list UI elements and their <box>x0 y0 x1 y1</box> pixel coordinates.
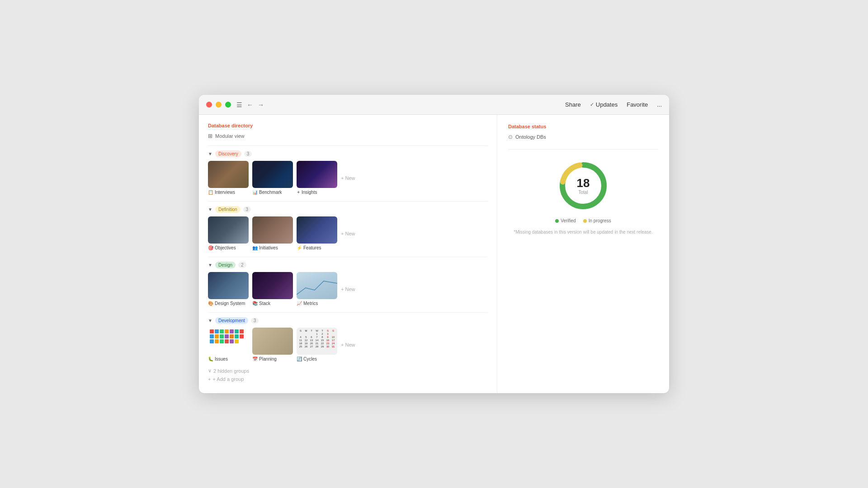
card-planning[interactable]: 📅 Planning <box>252 328 293 361</box>
titlebar-actions: Share ✓ Updates Favorite ... <box>565 101 662 108</box>
main-content: Database directory ⊞ Modular view ▼ Disc… <box>199 115 669 393</box>
chevron-down-icon: ▼ <box>208 318 212 323</box>
objectives-image <box>208 216 249 244</box>
minimize-button[interactable] <box>216 102 222 108</box>
group-design: ▼ Design 2 🎨 Design System <box>208 262 488 306</box>
card-insights[interactable]: ✦ Insights <box>297 161 337 195</box>
card-interviews[interactable]: 📋 Interviews <box>208 161 249 195</box>
total-number: 18 <box>577 177 590 189</box>
favorite-button[interactable]: Favorite <box>627 101 648 108</box>
left-panel-title: Database directory <box>208 123 488 128</box>
card-stack[interactable]: 📚 Stack <box>252 272 293 306</box>
group-design-header[interactable]: ▼ Design 2 <box>208 262 488 268</box>
interviews-image <box>208 161 249 188</box>
planning-label: 📅 Planning <box>252 357 293 361</box>
features-image <box>297 216 337 244</box>
cycles-label: 🔄 Cycles <box>297 357 337 361</box>
interviews-label: 📋 Interviews <box>208 190 249 195</box>
plus-icon: + <box>341 342 344 347</box>
verified-dot <box>555 219 559 223</box>
benchmark-image <box>252 161 293 188</box>
design-system-label: 🎨 Design System <box>208 301 249 306</box>
insights-label: ✦ Insights <box>297 190 337 195</box>
development-count: 3 <box>251 318 259 324</box>
stack-icon: 📚 <box>252 301 258 306</box>
planning-icon: 📅 <box>252 357 258 361</box>
back-button[interactable]: ← <box>247 101 253 108</box>
view-toggle[interactable]: ⊞ Modular view <box>208 133 488 139</box>
card-issues[interactable]: 🐛 Issues <box>208 328 249 361</box>
right-panel: Database status ⊙ Ontology DBs <box>497 115 669 393</box>
chart-legend: Verified In progress <box>555 218 611 223</box>
plus-icon: + <box>341 231 344 236</box>
issues-label: 🐛 Issues <box>208 357 249 361</box>
grid-icon: ⊞ <box>208 133 212 139</box>
group-discovery-header[interactable]: ▼ Discovery 3 <box>208 150 488 157</box>
initiatives-label: 👥 Initiatives <box>252 245 293 250</box>
share-button[interactable]: Share <box>565 101 581 108</box>
metrics-label: 📈 Metrics <box>297 301 337 306</box>
legend-verified: Verified <box>555 218 576 223</box>
nav-icons: ☰ ← → <box>236 101 264 108</box>
hidden-groups-link[interactable]: ∨ 2 hidden groups <box>208 368 488 374</box>
design-count: 2 <box>238 262 246 268</box>
divider <box>508 149 658 150</box>
group-definition-header[interactable]: ▼ Definition 3 <box>208 206 488 213</box>
objectives-icon: 🎯 <box>208 245 213 250</box>
chevron-icon: ∨ <box>208 368 212 374</box>
donut-center: 18 Total <box>577 177 590 195</box>
maximize-button[interactable] <box>225 102 231 108</box>
discovery-tag: Discovery <box>215 150 241 157</box>
development-tag: Development <box>215 317 248 324</box>
initiatives-image <box>252 216 293 244</box>
discovery-count: 3 <box>244 151 252 157</box>
ontology-icon: ⊙ <box>508 134 513 140</box>
cycles-icon: 🔄 <box>297 357 302 361</box>
donut-chart: 18 Total <box>556 159 610 213</box>
cycles-image: SMTWTSS 123 45678910 11121314151617 <box>297 328 337 355</box>
metrics-icon: 📈 <box>297 301 302 306</box>
issues-image <box>208 328 249 355</box>
check-icon: ✓ <box>590 102 594 108</box>
insights-image <box>297 161 337 188</box>
bottom-links: ∨ 2 hidden groups + + Add a group <box>208 368 488 382</box>
plus-icon: + <box>208 376 211 382</box>
card-benchmark[interactable]: 📊 Benchmark <box>252 161 293 195</box>
card-initiatives[interactable]: 👥 Initiatives <box>252 216 293 250</box>
development-new-button[interactable]: + New <box>341 341 355 348</box>
total-label: Total <box>577 190 590 195</box>
benchmark-icon: 📊 <box>252 190 258 195</box>
design-new-button[interactable]: + New <box>341 286 355 293</box>
card-objectives[interactable]: 🎯 Objectives <box>208 216 249 250</box>
card-cycles[interactable]: SMTWTSS 123 45678910 11121314151617 <box>297 328 337 361</box>
objectives-label: 🎯 Objectives <box>208 245 249 250</box>
group-discovery: ▼ Discovery 3 📋 Interviews <box>208 150 488 195</box>
group-development-header[interactable]: ▼ Development 3 <box>208 317 488 324</box>
metrics-image <box>297 272 337 299</box>
card-metrics[interactable]: 📈 Metrics <box>297 272 337 306</box>
group-development: ▼ Development 3 <box>208 317 488 361</box>
definition-tag: Definition <box>215 206 241 213</box>
left-panel: Database directory ⊞ Modular view ▼ Disc… <box>199 115 497 393</box>
plus-icon: + <box>341 175 344 181</box>
insights-icon: ✦ <box>297 190 300 195</box>
close-button[interactable] <box>206 102 212 108</box>
definition-cards: 🎯 Objectives 👥 Initiatives <box>208 216 488 250</box>
issues-icon: 🐛 <box>208 357 213 361</box>
development-cards: 🐛 Issues 📅 Planning <box>208 328 488 361</box>
chevron-down-icon: ▼ <box>208 263 212 267</box>
discovery-new-button[interactable]: + New <box>341 174 355 182</box>
card-design-system[interactable]: 🎨 Design System <box>208 272 249 306</box>
chevron-down-icon: ▼ <box>208 151 212 156</box>
updates-button[interactable]: ✓ Updates <box>590 101 618 108</box>
inprogress-dot <box>583 219 587 223</box>
more-button[interactable]: ... <box>657 101 662 108</box>
menu-icon[interactable]: ☰ <box>236 101 242 108</box>
forward-button[interactable]: → <box>258 101 264 108</box>
card-features[interactable]: ⚡ Features <box>297 216 337 250</box>
ontology-label: Ontology DBs <box>515 134 546 140</box>
definition-new-button[interactable]: + New <box>341 230 355 237</box>
design-system-image <box>208 272 249 299</box>
add-group-link[interactable]: + + Add a group <box>208 376 488 382</box>
initiatives-icon: 👥 <box>252 245 258 250</box>
